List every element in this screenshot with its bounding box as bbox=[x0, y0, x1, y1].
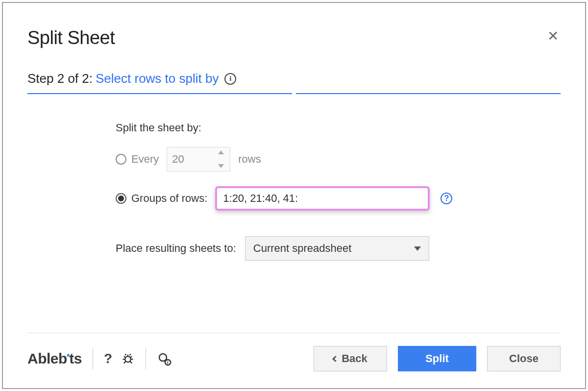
place-select[interactable]: Current spreadsheet bbox=[245, 236, 429, 261]
footer-buttons: Back Split Close bbox=[314, 346, 561, 371]
radio-every[interactable] bbox=[116, 154, 126, 165]
every-label: Every bbox=[131, 153, 159, 166]
divider bbox=[93, 348, 93, 369]
divider bbox=[146, 348, 146, 369]
close-button[interactable]: Close bbox=[487, 346, 561, 371]
progress-seg-2 bbox=[296, 93, 561, 94]
close-icon[interactable]: ✕ bbox=[545, 27, 561, 45]
svg-point-0 bbox=[125, 356, 131, 362]
place-select-value: Current spreadsheet bbox=[253, 242, 352, 255]
step-indicator: Step 2 of 2: Select rows to split by i bbox=[27, 71, 561, 86]
chevron-down-icon bbox=[414, 246, 421, 251]
radio-groups[interactable] bbox=[116, 193, 126, 204]
search-info-icon[interactable]: i bbox=[157, 351, 172, 366]
step-up-icon[interactable] bbox=[218, 150, 224, 154]
groups-input-value: 1:20, 21:40, 41: bbox=[223, 192, 298, 205]
tool-icons-2: i bbox=[157, 351, 172, 366]
place-row: Place resulting sheets to: Current sprea… bbox=[116, 236, 561, 261]
info-icon[interactable]: i bbox=[224, 73, 236, 85]
option-every-row: Every 20 rows bbox=[116, 147, 561, 171]
progress-bar bbox=[27, 93, 561, 94]
step-lead: Step 2 of 2: bbox=[27, 71, 93, 86]
split-by-label: Split the sheet by: bbox=[116, 122, 561, 134]
rows-label: rows bbox=[238, 153, 261, 166]
step-link[interactable]: Select rows to split by bbox=[96, 71, 219, 86]
dialog-title: Split Sheet bbox=[27, 27, 115, 49]
option-groups-row: Groups of rows: 1:20, 21:40, 41: ? bbox=[116, 186, 561, 211]
groups-input[interactable]: 1:20, 21:40, 41: bbox=[215, 186, 430, 211]
brand-logo[interactable]: Ableb•ts bbox=[27, 350, 82, 367]
every-n-value: 20 bbox=[172, 153, 184, 166]
step-down-icon[interactable] bbox=[218, 164, 224, 168]
form-area: Split the sheet by: Every 20 rows Groups… bbox=[27, 122, 561, 261]
split-button[interactable]: Split bbox=[398, 346, 476, 371]
place-label: Place resulting sheets to: bbox=[116, 242, 236, 255]
help-button[interactable]: ? bbox=[104, 351, 112, 367]
chevron-left-icon bbox=[332, 356, 339, 362]
dialog-header: Split Sheet ✕ bbox=[27, 27, 561, 49]
help-icon[interactable]: ? bbox=[441, 193, 452, 204]
bug-icon[interactable] bbox=[121, 352, 135, 366]
back-button[interactable]: Back bbox=[314, 346, 387, 371]
progress-seg-1 bbox=[27, 93, 292, 94]
svg-text:i: i bbox=[167, 360, 169, 365]
groups-label: Groups of rows: bbox=[131, 192, 207, 205]
dialog-footer: Ableb•ts ? i bbox=[27, 333, 561, 388]
every-n-input[interactable]: 20 bbox=[167, 147, 230, 171]
brand-dot: • bbox=[67, 350, 70, 361]
tool-icons: ? bbox=[104, 351, 135, 367]
split-sheet-dialog: Split Sheet ✕ Step 2 of 2: Select rows t… bbox=[2, 2, 586, 389]
